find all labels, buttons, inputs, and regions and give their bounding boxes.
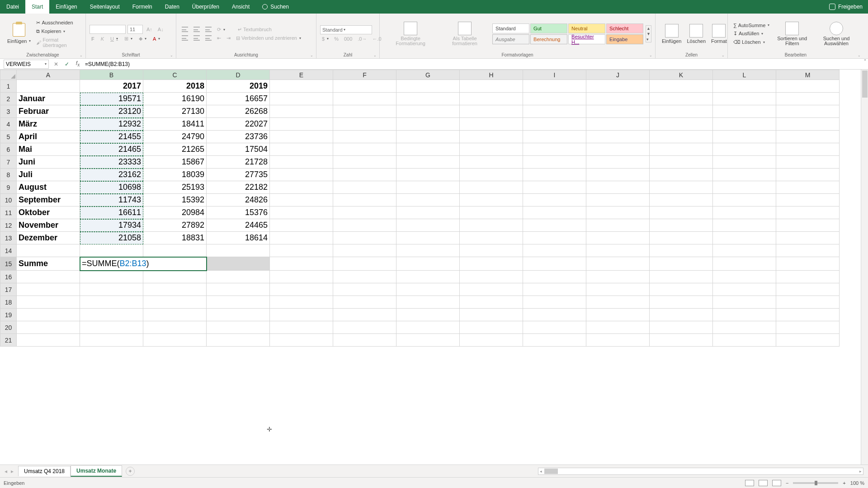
cell-D4[interactable]: 22027	[207, 118, 270, 131]
cell-J12[interactable]	[586, 219, 650, 232]
cell-B4[interactable]: 12932	[80, 118, 143, 131]
cell-C2[interactable]: 16190	[143, 93, 207, 105]
cell-F18[interactable]	[333, 296, 396, 309]
cell-F5[interactable]	[333, 131, 396, 143]
orientation-button[interactable]: ⟳	[215, 26, 227, 33]
cell-E12[interactable]	[270, 219, 333, 232]
cell-I1[interactable]	[523, 80, 586, 93]
cell-I10[interactable]	[523, 194, 586, 206]
cell-E19[interactable]	[270, 309, 333, 321]
cell-H5[interactable]	[460, 131, 523, 143]
cell-G17[interactable]	[396, 283, 460, 296]
zoom-out-button[interactable]: −	[786, 480, 788, 486]
cell-G1[interactable]	[396, 80, 460, 93]
cell-E15[interactable]	[270, 257, 333, 271]
wrap-text-button[interactable]: ↵ Textumbruch	[236, 26, 274, 33]
cell-A4[interactable]: März	[17, 118, 80, 131]
cell-I12[interactable]	[523, 219, 586, 232]
cell-A2[interactable]: Januar	[17, 93, 80, 105]
cell-L20[interactable]	[713, 321, 776, 334]
cell-M19[interactable]	[776, 309, 840, 321]
cell-D14[interactable]	[207, 244, 270, 257]
tab-ansicht[interactable]: Ansicht	[226, 0, 256, 14]
cell-D11[interactable]: 15376	[207, 206, 270, 219]
cell-E5[interactable]	[270, 131, 333, 143]
cell-B21[interactable]	[80, 334, 143, 347]
cell-E1[interactable]	[270, 80, 333, 93]
italic-button[interactable]: K	[99, 35, 106, 42]
row-header-18[interactable]: 18	[0, 296, 17, 309]
cell-F1[interactable]	[333, 80, 396, 93]
row-header-21[interactable]: 21	[0, 334, 17, 347]
cell-B9[interactable]: 10698	[80, 181, 143, 194]
cell-B6[interactable]: 21465	[80, 143, 143, 156]
cell-G11[interactable]	[396, 206, 460, 219]
cell-F16[interactable]	[333, 271, 396, 283]
font-size-combo[interactable]: 11	[127, 25, 143, 34]
cell-K9[interactable]	[650, 181, 713, 194]
cell-L7[interactable]	[713, 156, 776, 169]
decrease-font-button[interactable]: A↓	[156, 25, 165, 34]
cell-C11[interactable]: 20984	[143, 206, 207, 219]
cell-D13[interactable]: 18614	[207, 232, 270, 244]
cell-F6[interactable]	[333, 143, 396, 156]
cell-J19[interactable]	[586, 309, 650, 321]
number-format-combo[interactable]: Standard	[320, 25, 372, 34]
cell-L2[interactable]	[713, 93, 776, 105]
cell-E18[interactable]	[270, 296, 333, 309]
cell-F13[interactable]	[333, 232, 396, 244]
row-header-14[interactable]: 14	[0, 244, 17, 257]
cell-B18[interactable]	[80, 296, 143, 309]
cell-H15[interactable]	[460, 257, 523, 271]
cell-B5[interactable]: 21455	[80, 131, 143, 143]
cell-E9[interactable]	[270, 181, 333, 194]
cell-M17[interactable]	[776, 283, 840, 296]
cell-J4[interactable]	[586, 118, 650, 131]
tab-daten[interactable]: Daten	[159, 0, 186, 14]
cell-H2[interactable]	[460, 93, 523, 105]
cell-J3[interactable]	[586, 105, 650, 118]
cell-M9[interactable]	[776, 181, 840, 194]
row-header-4[interactable]: 4	[0, 118, 17, 131]
align-top-button[interactable]	[180, 26, 190, 33]
merge-center-button[interactable]: ⊟ Verbinden und zentrieren	[234, 34, 303, 42]
cell-I21[interactable]	[523, 334, 586, 347]
cell-G2[interactable]	[396, 93, 460, 105]
cell-H12[interactable]	[460, 219, 523, 232]
tab-start[interactable]: Start	[25, 0, 49, 14]
row-header-15[interactable]: 15	[0, 257, 17, 271]
cell-K12[interactable]	[650, 219, 713, 232]
cell-E17[interactable]	[270, 283, 333, 296]
cell-M10[interactable]	[776, 194, 840, 206]
cut-button[interactable]: ✂ Ausschneiden	[34, 19, 82, 27]
clear-button[interactable]: ⌫ Löschen	[731, 38, 771, 46]
cell-F19[interactable]	[333, 309, 396, 321]
column-header-L[interactable]: L	[713, 70, 776, 80]
cell-B16[interactable]	[80, 271, 143, 283]
cell-H8[interactable]	[460, 169, 523, 181]
cell-C19[interactable]	[143, 309, 207, 321]
cell-A7[interactable]: Juni	[17, 156, 80, 169]
cell-I13[interactable]	[523, 232, 586, 244]
conditional-formatting-button[interactable]: Bedingte Formatierung	[383, 22, 438, 46]
cell-J6[interactable]	[586, 143, 650, 156]
row-header-7[interactable]: 7	[0, 156, 17, 169]
cell-E6[interactable]	[270, 143, 333, 156]
cell-D21[interactable]	[207, 334, 270, 347]
cell-E20[interactable]	[270, 321, 333, 334]
cell-G3[interactable]	[396, 105, 460, 118]
underline-button[interactable]: U	[108, 35, 120, 42]
cell-J18[interactable]	[586, 296, 650, 309]
style-eingabe[interactable]: Eingabe	[606, 34, 643, 44]
cell-I11[interactable]	[523, 206, 586, 219]
column-header-E[interactable]: E	[270, 70, 333, 80]
cell-F17[interactable]	[333, 283, 396, 296]
cell-F21[interactable]	[333, 334, 396, 347]
cell-K17[interactable]	[650, 283, 713, 296]
cell-A12[interactable]: November	[17, 219, 80, 232]
border-button[interactable]: ⊞	[123, 35, 134, 42]
sheet-nav-prev[interactable]: ▸	[11, 468, 14, 474]
cell-B11[interactable]: 16611	[80, 206, 143, 219]
cell-J11[interactable]	[586, 206, 650, 219]
cell-M11[interactable]	[776, 206, 840, 219]
